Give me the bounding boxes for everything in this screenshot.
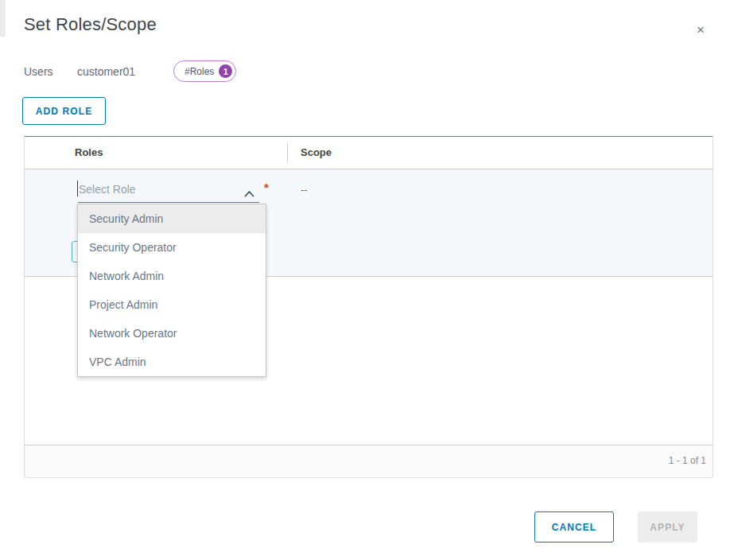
- screen-edge-artifact: [0, 0, 6, 37]
- column-header-roles: Roles: [75, 137, 103, 169]
- close-icon[interactable]: ×: [692, 21, 709, 39]
- role-option[interactable]: Network Operator: [78, 319, 266, 348]
- role-options-dropdown: Security AdminSecurity OperatorNetwork A…: [77, 204, 266, 377]
- entity-type-label: Users: [24, 65, 53, 78]
- column-divider: [287, 143, 288, 162]
- role-option[interactable]: VPC Admin: [78, 348, 266, 376]
- entity-name-label: customer01: [77, 65, 135, 78]
- roles-count-badge[interactable]: #Roles 1: [173, 60, 236, 82]
- combobox-underline: [78, 202, 259, 203]
- required-asterisk: *: [264, 181, 269, 194]
- roles-badge-count: 1: [219, 64, 232, 78]
- page-title: Set Roles/Scope: [24, 14, 157, 35]
- role-option[interactable]: Security Operator: [78, 233, 266, 262]
- role-select-placeholder: Select Role: [79, 183, 136, 196]
- role-option[interactable]: Security Admin: [78, 204, 266, 233]
- roles-badge-label: #Roles: [184, 66, 214, 77]
- set-roles-scope-dialog: Set Roles/Scope × Users customer01 #Role…: [0, 0, 730, 560]
- text-cursor: [77, 181, 78, 196]
- add-role-button[interactable]: ADD ROLE: [22, 97, 106, 125]
- pagination-range: 1 - 1 of 1: [669, 455, 713, 466]
- apply-button-disabled[interactable]: APPLY: [638, 511, 697, 542]
- column-header-scope: Scope: [301, 137, 332, 169]
- cancel-button[interactable]: CANCEL: [534, 511, 614, 542]
- datagrid-header: Roles Scope: [25, 137, 713, 169]
- role-option[interactable]: Network Admin: [78, 262, 266, 290]
- role-option[interactable]: Project Admin: [78, 290, 266, 319]
- scope-value: --: [301, 184, 308, 196]
- datagrid-footer: 1 - 1 of 1: [25, 445, 713, 477]
- chevron-up-icon[interactable]: [244, 186, 254, 193]
